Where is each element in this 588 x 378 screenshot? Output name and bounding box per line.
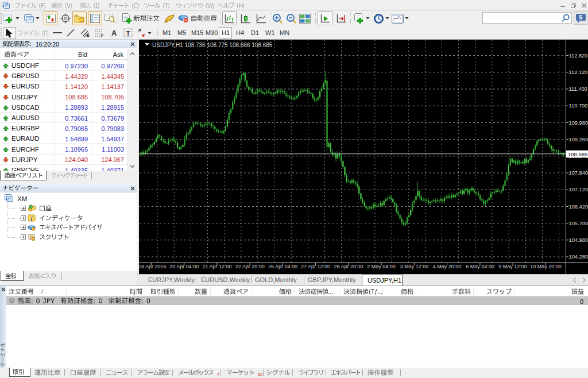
svg-text:109.980: 109.980: [569, 120, 588, 126]
svg-text:28 Apr 20:00: 28 Apr 20:00: [334, 264, 363, 269]
svg-text:105.700: 105.700: [569, 221, 588, 226]
svg-text:18 Apr 2016: 18 Apr 2016: [138, 264, 167, 269]
svg-text:E: E: [87, 33, 90, 37]
svg-text:112.820: 112.820: [569, 53, 588, 59]
svg-text:F: F: [101, 34, 104, 38]
svg-text:26 Apr 04:00: 26 Apr 04:00: [268, 264, 297, 269]
svg-text:104.280: 104.280: [569, 254, 588, 260]
svg-text:2 May 04:00: 2 May 04:00: [367, 264, 396, 269]
svg-text:104.980: 104.980: [569, 237, 588, 243]
svg-text:USDJPY,H1 108.736 108.775 108: USDJPY,H1 108.736 108.775 108.666 108.68…: [152, 42, 273, 48]
svg-text:4 May 20:00: 4 May 20:00: [433, 264, 462, 269]
svg-text:110.700: 110.700: [569, 103, 588, 109]
svg-text:10 May 20:00: 10 May 20:00: [530, 264, 562, 269]
svg-text:22 Apr 20:00: 22 Apr 20:00: [235, 264, 265, 269]
svg-text:9 May 12:00: 9 May 12:00: [498, 264, 527, 269]
svg-text:21 Apr 12:00: 21 Apr 12:00: [202, 264, 231, 269]
svg-text:108.685: 108.685: [568, 151, 587, 157]
svg-text:20 Apr 04:00: 20 Apr 04:00: [169, 264, 199, 269]
svg-text:109.260: 109.260: [569, 137, 588, 142]
svg-text:T: T: [126, 30, 130, 37]
svg-text:6 May 04:00: 6 May 04:00: [466, 264, 494, 269]
svg-text:5: 5: [579, 14, 583, 21]
svg-text:107.840: 107.840: [569, 170, 588, 176]
svg-text:107.120: 107.120: [569, 187, 588, 192]
svg-text:3 May 12:00: 3 May 12:00: [400, 264, 429, 269]
svg-text:106.420: 106.420: [569, 204, 588, 210]
svg-text:27 Apr 12:00: 27 Apr 12:00: [301, 264, 330, 269]
svg-text:112.120: 112.120: [569, 70, 588, 75]
svg-text:111.400: 111.400: [569, 86, 587, 92]
